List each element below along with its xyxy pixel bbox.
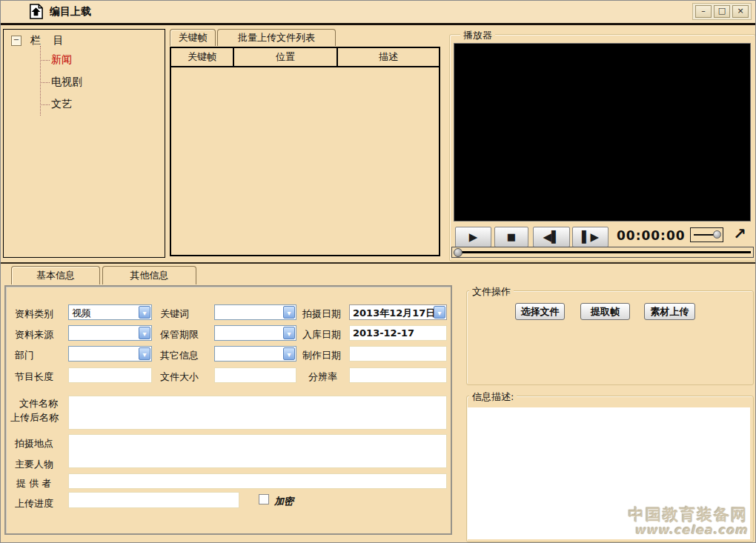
shoot-location-textarea[interactable] [68,434,447,468]
seek-bar[interactable] [451,247,754,258]
file-name-label: 文件名称 [19,397,58,410]
keyword-select[interactable]: ▾ [214,304,296,320]
minimize-button[interactable]: – [695,5,712,18]
material-upload-button[interactable]: 素材上传 [644,303,695,320]
keyword-label: 关键词 [160,307,189,321]
material-source-select[interactable]: ▾ [68,325,152,341]
shoot-location-label: 拍摄地点 [15,437,53,450]
titlebar-separator [1,23,755,25]
info-tabs: 基本信息 其他信息 [11,266,196,284]
dropdown-arrow-icon[interactable]: ▾ [434,306,445,319]
play-icon: ▶ [469,230,478,244]
info-description-textarea[interactable]: 中国教育装备网 www.celea.com [468,407,750,539]
player-group-label: 播放器 [460,29,495,42]
select-file-button[interactable]: 选择文件 [515,303,565,320]
close-button[interactable]: × [732,5,749,18]
other-info-label: 其它信息 [160,349,199,362]
resolution-input[interactable] [349,367,447,383]
resolution-label: 分辨率 [308,370,337,384]
category-tree-panel: − 栏 目 新闻 电视剧 文艺 [3,29,165,258]
dropdown-arrow-icon[interactable]: ▾ [139,306,150,319]
minimize-icon: – [701,6,706,16]
info-description-label: 信息描述: [469,390,517,404]
extract-frame-button[interactable]: 提取帧 [580,303,630,320]
tab-basic-info[interactable]: 基本信息 [11,266,100,284]
upload-name-label: 上传后名称 [10,411,59,424]
material-source-label: 资料来源 [15,328,53,342]
site-watermark: 中国教育装备网 www.celea.com [629,507,748,537]
dropdown-arrow-icon[interactable]: ▾ [139,347,150,360]
tree-collapse-icon[interactable]: − [11,36,21,46]
retention-period-select[interactable]: ▾ [214,325,296,341]
upload-progress-label: 上传进度 [15,497,53,510]
stop-button[interactable]: ■ [494,227,528,247]
column-header-keyframe: 关键帧 [171,48,234,66]
step-back-icon: ◀▌ [543,230,560,244]
keyframe-table-header: 关键帧 位置 描述 [171,48,439,67]
title-bar: 编目上载 – □ × [1,1,755,23]
department-label: 部门 [15,349,34,362]
production-date-input[interactable] [349,346,447,362]
keyframe-table: 关键帧 位置 描述 [170,47,440,256]
seek-thumb[interactable] [454,248,462,257]
tree-item-arts[interactable]: 文艺 [40,98,72,111]
encrypt-label: 加密 [274,495,294,508]
step-forward-icon: ▌▶ [582,230,599,244]
basic-info-form: 资料类别 视频 ▾ 资料来源 ▾ 部门 ▾ 节目长度 关键词 ▾ 保管期限 ▾ … [4,285,452,535]
provider-label: 提 供 者 [16,477,51,490]
file-operations-label: 文件操作 [469,285,514,299]
section-separator [1,262,755,264]
volume-thumb[interactable] [713,230,721,239]
step-forward-button[interactable]: ▌▶ [572,227,609,247]
watermark-site-name: 中国教育装备网 [629,507,748,524]
encrypt-checkbox[interactable] [259,494,269,504]
material-category-label: 资料类别 [15,307,53,321]
maximize-button[interactable]: □ [714,5,730,18]
tab-keyframe[interactable]: 关键帧 [170,29,216,46]
step-back-button[interactable]: ◀▌ [533,227,570,247]
dropdown-arrow-icon[interactable]: ▾ [283,347,295,360]
column-header-position: 位置 [234,48,338,66]
storage-date-input[interactable]: 2013-12-17 [349,325,447,341]
dropdown-arrow-icon[interactable]: ▾ [283,306,295,319]
file-name-textarea[interactable] [68,396,447,430]
dropdown-arrow-icon[interactable]: ▾ [139,327,150,339]
app-upload-icon [27,3,44,20]
tree-root-label[interactable]: 栏 目 [30,34,67,47]
material-category-value: 视频 [72,307,91,320]
shoot-date-value: 2013年12月17日 [353,307,435,320]
production-date-label: 制作日期 [302,349,341,362]
tree-item-news[interactable]: 新闻 [40,53,72,67]
playback-time: 00:00:00 [617,228,686,243]
stop-icon: ■ [507,231,516,242]
file-size-label: 文件大小 [160,370,199,384]
app-window: 编目上载 – □ × − 栏 目 新闻 电视剧 文艺 关键帧 批量上传文件列表 … [0,0,756,543]
storage-date-label: 入库日期 [302,328,341,342]
upload-progress-bar [68,492,239,508]
dropdown-arrow-icon[interactable]: ▾ [283,327,295,339]
seek-track [454,251,751,253]
keyframe-table-body[interactable] [171,67,439,255]
tab-other-info[interactable]: 其他信息 [102,266,196,284]
volume-slider[interactable] [690,227,723,242]
shoot-date-picker[interactable]: 2013年12月17日 ▾ [349,304,447,320]
main-people-label: 主要人物 [15,458,53,471]
provider-input[interactable] [68,473,447,489]
window-controls: – □ × [692,3,752,20]
maximize-icon: □ [718,6,726,16]
tab-batch-upload-list[interactable]: 批量上传文件列表 [217,29,336,46]
program-length-label: 节目长度 [15,370,53,384]
play-button[interactable]: ▶ [455,227,491,247]
column-header-description: 描述 [338,48,439,66]
tree-item-tv-drama[interactable]: 电视剧 [40,76,82,89]
retention-period-label: 保管期限 [160,328,199,342]
window-title: 编目上载 [50,5,91,19]
fullscreen-button[interactable]: ↗ [731,225,749,243]
department-select[interactable]: ▾ [68,346,152,362]
video-display-area [454,43,751,221]
other-info-select[interactable]: ▾ [214,346,296,362]
file-size-input[interactable] [214,367,296,383]
program-length-input[interactable] [68,367,152,383]
fullscreen-icon: ↗ [733,225,746,243]
material-category-select[interactable]: 视频 ▾ [68,304,152,320]
